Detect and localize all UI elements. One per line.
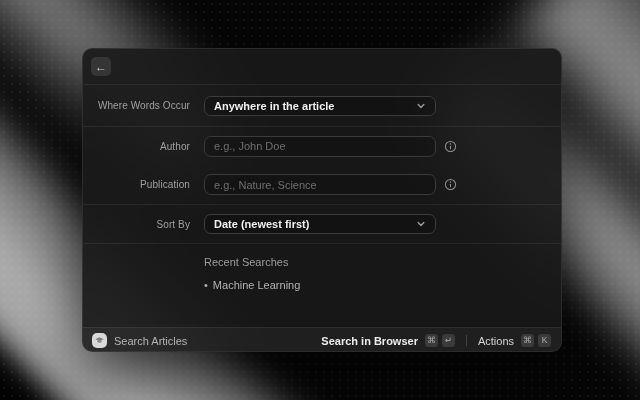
recent-searches-title: Recent Searches (204, 256, 561, 268)
command-title: Search Articles (114, 335, 187, 347)
return-key-icon: ↵ (442, 334, 455, 347)
recent-search-item: • Machine Learning (204, 279, 561, 291)
recent-searches-section: Recent Searches • Machine Learning (83, 243, 561, 327)
author-label: Author (83, 141, 190, 152)
where-words-label: Where Words Occur (83, 100, 190, 111)
info-icon[interactable] (444, 140, 457, 153)
where-words-select[interactable]: Anywhere in the article (204, 96, 436, 116)
sort-by-label: Sort By (83, 219, 190, 230)
author-input[interactable] (204, 136, 436, 157)
command-key-icon: ⌘ (521, 334, 534, 347)
current-command: Search Articles (92, 333, 187, 348)
publication-row: Publication (83, 166, 561, 205)
recent-search-text: Machine Learning (213, 279, 300, 291)
back-button[interactable]: ← (91, 57, 111, 76)
chevron-down-icon (416, 219, 426, 229)
publication-label: Publication (83, 179, 190, 190)
action-bar: Search Articles Search in Browser ⌘ ↵ Ac… (83, 327, 561, 352)
back-arrow-icon: ← (95, 61, 107, 73)
sort-by-row: Sort By Date (newest first) (83, 204, 561, 243)
command-key-icon: ⌘ (425, 334, 438, 347)
sort-by-select[interactable]: Date (newest first) (204, 214, 436, 234)
info-icon[interactable] (444, 178, 457, 191)
where-words-row: Where Words Occur Anywhere in the articl… (83, 84, 561, 126)
scholar-cap-icon (92, 333, 107, 348)
footer-divider (466, 335, 467, 346)
sort-by-value: Date (newest first) (214, 218, 309, 230)
author-row: Author (83, 127, 561, 166)
actions-menu-button[interactable]: Actions ⌘ K (477, 332, 552, 349)
search-in-browser-button[interactable]: Search in Browser ⌘ ↵ (320, 332, 456, 349)
actions-label: Actions (478, 335, 514, 347)
where-words-value: Anywhere in the article (214, 100, 334, 112)
launcher-window: ← Where Words Occur Anywhere in the arti… (82, 48, 562, 352)
chevron-down-icon (416, 101, 426, 111)
author-publication-section: Author Publication (83, 126, 561, 204)
k-key-icon: K (538, 334, 551, 347)
window-header: ← (83, 49, 561, 84)
search-in-browser-label: Search in Browser (321, 335, 418, 347)
bullet-icon: • (204, 279, 208, 291)
publication-input[interactable] (204, 174, 436, 195)
